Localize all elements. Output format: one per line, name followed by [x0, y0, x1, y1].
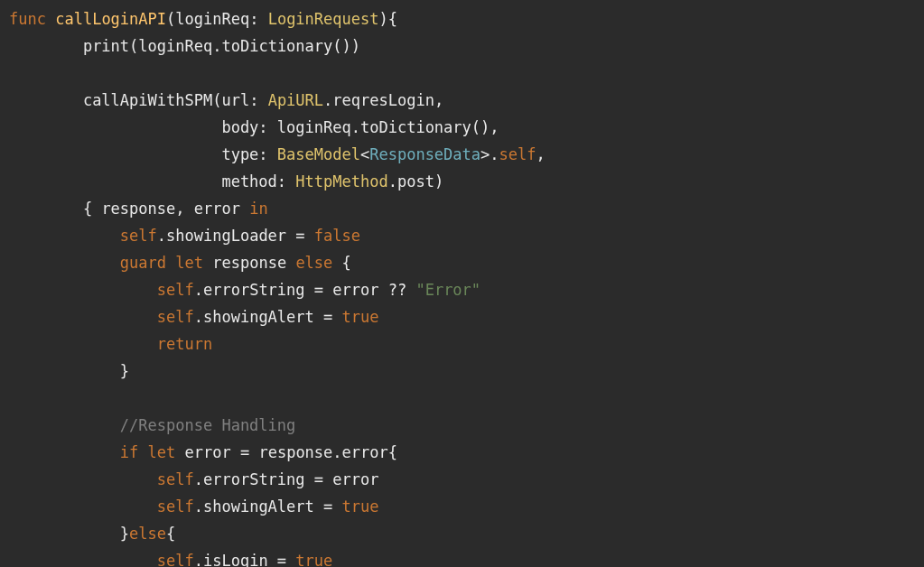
rhs: response [258, 443, 332, 461]
dot: . [194, 308, 203, 326]
dot: . [351, 118, 360, 136]
rparen: ) [351, 37, 360, 55]
type-responsedata: ResponseData [369, 145, 481, 163]
rhs: error [332, 281, 378, 299]
lparen: ( [129, 37, 138, 55]
eq: = [268, 552, 296, 567]
kw-let: let [148, 443, 176, 461]
method: toDictionary [221, 37, 332, 55]
bool: true [295, 552, 332, 567]
code-block: func callLoginAPI(loginReq: LoginRequest… [0, 0, 924, 567]
eq: = [305, 470, 333, 488]
eq: = [314, 308, 342, 326]
colon: : [258, 145, 276, 163]
brace: { [388, 443, 397, 461]
closure-param: error [194, 200, 240, 218]
kw-else: else [295, 254, 332, 272]
brace: { [166, 525, 175, 543]
ident: response [212, 254, 286, 272]
self: self [120, 227, 157, 245]
prop: showingAlert [203, 497, 314, 516]
prop: error [342, 443, 388, 461]
eq: = [305, 281, 333, 299]
brace: } [120, 362, 129, 380]
dot: . [194, 281, 203, 299]
comma: , [490, 118, 499, 136]
colon: : [258, 118, 276, 136]
eq: = [314, 497, 342, 516]
member-post: post [397, 172, 434, 191]
brace: } [120, 525, 129, 543]
lparen: ( [166, 10, 175, 28]
dot: . [194, 497, 203, 516]
gt: > [481, 145, 490, 163]
parens: () [471, 118, 490, 136]
space [175, 443, 184, 461]
self: self [157, 552, 194, 567]
brace: { [83, 200, 101, 218]
label-body: body [221, 118, 258, 136]
eq: = [286, 227, 314, 245]
space [203, 254, 212, 272]
arg: loginReq [277, 118, 351, 136]
rhs: error [332, 470, 378, 488]
self: self [499, 145, 537, 163]
method: toDictionary [360, 118, 471, 136]
dot: . [323, 91, 332, 109]
bool: true [342, 308, 379, 326]
label-type: type [221, 145, 258, 163]
prop: showingLoader [166, 227, 286, 245]
prop: isLogin [203, 552, 268, 567]
bool: false [314, 227, 360, 245]
type-apiurl: ApiURL [268, 91, 323, 109]
comment: //Response Handling [120, 416, 295, 434]
member: reqresLogin [332, 91, 434, 109]
param-name: loginReq [175, 10, 249, 28]
space [138, 443, 147, 461]
call-print: print [83, 37, 129, 55]
lt: < [360, 145, 369, 163]
kw-func: func [9, 10, 46, 28]
dot: . [388, 172, 397, 191]
rparen: ) [434, 172, 443, 191]
eq: = [231, 443, 259, 461]
kw-let: let [175, 254, 203, 272]
colon: : [249, 10, 267, 28]
arg: loginReq [138, 37, 212, 55]
space [166, 254, 175, 272]
comma: , [537, 145, 546, 163]
dot: . [194, 470, 203, 488]
func-name: callLoginAPI [55, 10, 166, 28]
self: self [157, 470, 194, 488]
label-url: url [221, 91, 249, 109]
bool: true [342, 497, 379, 516]
brace: { [342, 254, 351, 272]
call-api: callApiWithSPM [83, 91, 212, 109]
label-method: method [221, 172, 276, 191]
parens: () [332, 37, 350, 55]
space [240, 200, 249, 218]
self: self [157, 281, 194, 299]
lparen: ( [212, 91, 221, 109]
ident: error [185, 443, 231, 461]
brace: { [388, 10, 397, 28]
param-type: LoginRequest [268, 10, 379, 28]
kw-guard: guard [120, 254, 166, 272]
comma: , [434, 91, 443, 109]
rparen: ) [378, 10, 387, 28]
type-basemodel: BaseModel [277, 145, 360, 163]
comma: , [175, 200, 193, 218]
dot: . [194, 552, 203, 567]
kw-if: if [120, 443, 138, 461]
type-httpmethod: HttpMethod [295, 172, 387, 191]
self: self [157, 308, 194, 326]
colon: : [249, 91, 267, 109]
dot: . [212, 37, 221, 55]
colon: : [277, 172, 295, 191]
prop: showingAlert [203, 308, 314, 326]
closure-param: response [101, 200, 175, 218]
dot: . [332, 443, 341, 461]
nil-coalesce: ?? [378, 281, 415, 299]
kw-return: return [157, 335, 212, 353]
space [332, 254, 341, 272]
